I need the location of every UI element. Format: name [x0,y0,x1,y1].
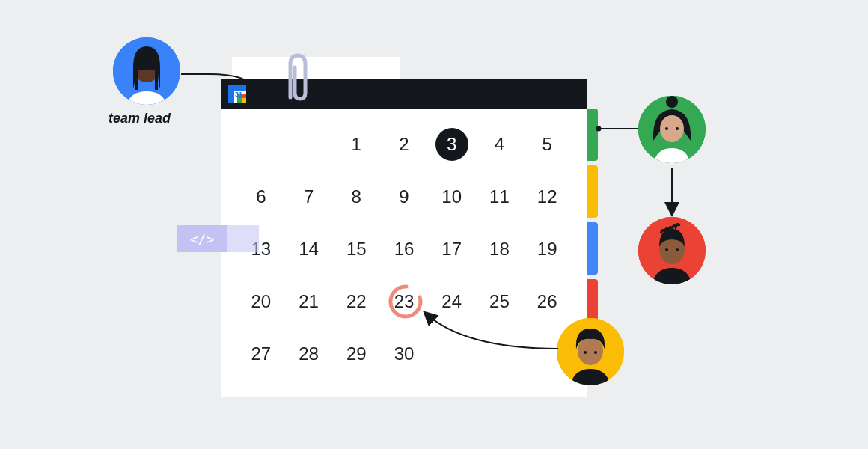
avatar-team-lead [113,37,180,105]
calendar-icon-day: 31 [235,91,242,98]
svg-rect-2 [135,70,138,90]
svg-point-17 [584,351,587,354]
svg-point-9 [665,127,668,130]
calendar-day: 22 [332,279,380,324]
calendar-day: 9 [380,174,428,219]
avatar-green [638,96,706,163]
calendar-day: 25 [476,279,524,324]
google-calendar-icon: 31 [228,85,246,103]
team-lead-label: team lead [109,111,171,126]
calendar-side-tabs [587,109,598,336]
calendar-day: 28 [285,332,333,376]
calendar-day: 19 [523,227,571,272]
calendar-day: 12 [523,174,571,219]
calendar-header: 31 [221,79,587,109]
calendar-day: 20 [237,279,285,324]
calendar-day: 6 [237,174,285,219]
svg-point-10 [676,127,679,130]
svg-point-13 [665,248,668,251]
avatar-yellow [557,318,624,385]
svg-point-7 [666,96,678,108]
tab-blue [587,222,598,275]
calendar-day: 17 [428,227,476,272]
calendar-day: 2 [380,122,428,167]
calendar-body: 1234567891011121314151617181920212223242… [221,109,587,397]
svg-rect-3 [155,70,158,90]
svg-point-4 [140,67,143,70]
calendar-day: 18 [476,227,524,272]
calendar-day: 24 [428,279,476,324]
svg-point-5 [150,67,153,70]
code-snippet-tag: </> [177,225,227,252]
tab-green [587,109,598,161]
calendar-day: 30 [380,332,428,376]
calendar-day: 26 [523,279,571,324]
svg-point-18 [594,351,597,354]
calendar-day: 27 [237,332,285,376]
svg-point-16 [578,337,603,365]
calendar-day: 10 [428,174,476,219]
calendar-card: 31 1234567891011121314151617181920212223… [221,79,587,397]
tab-yellow [587,165,598,218]
calendar-day: 8 [332,174,380,219]
calendar-day: 16 [380,227,428,272]
calendar-day: 7 [285,174,333,219]
calendar-day: 5 [523,122,571,167]
paperclip-icon [280,51,310,111]
calendar-day: 1 [332,122,380,167]
svg-point-8 [660,115,684,142]
calendar-grid: 1234567891011121314151617181920212223242… [237,122,571,376]
avatar-red [638,217,706,284]
code-snippet-highlight [227,225,259,252]
calendar-day: 23 [380,279,428,324]
calendar-day: 14 [285,227,333,272]
calendar-day: 4 [476,122,524,167]
calendar-day: 21 [285,279,333,324]
calendar-day: 3 [428,122,476,167]
svg-point-14 [676,248,679,251]
calendar-day: 11 [476,174,524,219]
calendar-day: 29 [332,332,380,376]
calendar-day: 15 [332,227,380,272]
